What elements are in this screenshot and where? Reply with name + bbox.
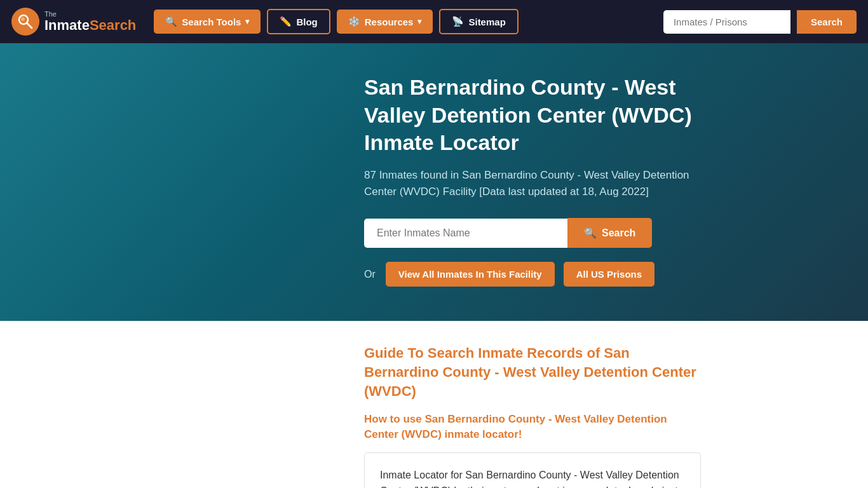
navbar: The InmateSearch 🔍 Search Tools ✏️ Blog …: [0, 0, 868, 43]
how-to-title: How to use San Bernardino County - West …: [364, 412, 701, 442]
view-all-label: View All Inmates In This Facility: [398, 269, 542, 280]
guide-title: Guide To Search Inmate Records of San Be…: [364, 344, 701, 400]
resources-button[interactable]: ❄️ Resources: [337, 10, 433, 34]
page-title: San Bernardino County - West Valley Dete…: [364, 74, 701, 157]
nav-search-input[interactable]: [663, 10, 790, 34]
hero-search-row: 🔍 Search: [364, 218, 701, 248]
logo: The InmateSearch: [11, 8, 136, 36]
hero-or-row: Or View All Inmates In This Facility All…: [364, 262, 701, 287]
hero-subtitle: 87 Inmates found in San Bernardino Count…: [364, 167, 701, 201]
nav-search-button[interactable]: Search: [797, 10, 857, 34]
blog-label: Blog: [296, 17, 317, 27]
info-box: Inmate Locator for San Bernardino County…: [364, 452, 701, 488]
hero-search-button[interactable]: 🔍 Search: [567, 218, 652, 248]
logo-icon: [11, 8, 39, 36]
logo-text: The InmateSearch: [44, 10, 136, 33]
all-prisons-label: All US Prisons: [576, 269, 642, 280]
resources-icon: ❄️: [348, 16, 360, 27]
sitemap-icon: 📡: [452, 16, 464, 27]
hero-search-label: Search: [602, 227, 635, 239]
svg-point-2: [21, 17, 25, 21]
info-box-text: Inmate Locator for San Bernardino County…: [380, 467, 685, 488]
search-tools-label: Search Tools: [182, 17, 241, 27]
sitemap-label: Sitemap: [468, 17, 505, 27]
or-label: Or: [364, 269, 376, 280]
nav-search-label: Search: [811, 17, 843, 27]
view-all-inmates-button[interactable]: View All Inmates In This Facility: [386, 262, 555, 287]
blog-button[interactable]: ✏️ Blog: [267, 9, 330, 34]
content-section: Guide To Search Inmate Records of San Be…: [148, 321, 720, 488]
search-tools-button[interactable]: 🔍 Search Tools: [154, 10, 261, 34]
resources-label: Resources: [365, 17, 414, 27]
sitemap-button[interactable]: 📡 Sitemap: [439, 9, 518, 34]
blog-icon: ✏️: [280, 16, 292, 27]
hero-section: San Bernardino County - West Valley Dete…: [0, 43, 868, 321]
search-icon: 🔍: [165, 16, 177, 27]
inmate-name-input[interactable]: [364, 219, 567, 248]
svg-line-1: [27, 23, 32, 28]
hero-search-icon: 🔍: [584, 227, 597, 239]
all-us-prisons-button[interactable]: All US Prisons: [564, 262, 654, 287]
